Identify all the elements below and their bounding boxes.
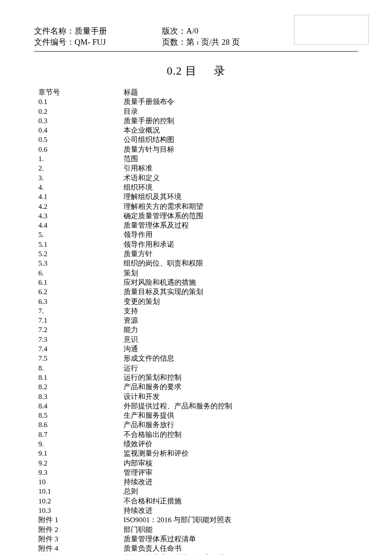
toc-row: 7.1资源 <box>38 316 358 325</box>
toc-row: 0.5公司组织结构图 <box>38 135 358 145</box>
toc-chapter-title: 持续改进 <box>124 506 358 515</box>
toc-chapter-title: 能力 <box>124 325 358 335</box>
toc-chapter-number: 10.2 <box>38 497 124 506</box>
toc-chapter-title: 绩效评价 <box>124 439 358 449</box>
toc-chapter-title: 质量方针 <box>124 249 358 259</box>
toc-chapter-number: 附件 4 <box>38 544 124 553</box>
toc-chapter-number: 4.3 <box>38 211 124 221</box>
toc-row: 7.2能力 <box>38 325 358 335</box>
toc-row: 0.4本企业概况 <box>38 126 358 135</box>
toc-row: 7.3意识 <box>38 335 358 344</box>
toc-chapter-number: 7.3 <box>38 335 124 344</box>
toc-chapter-number: 5.3 <box>38 259 124 268</box>
toc-row: 9.2内部审核 <box>38 459 358 468</box>
toc-row: 5.3组织的岗位、职责和权限 <box>38 259 358 268</box>
toc-chapter-number: 0.5 <box>38 135 124 145</box>
toc-chapter-number: 2. <box>38 164 124 173</box>
file-name-label: 文件名称： <box>34 26 75 35</box>
toc-row: 6.2质量目标及其实现的策划 <box>38 287 358 297</box>
page-prefix: 第 <box>186 38 196 46</box>
toc-row: 9.1监视测量分析和评价 <box>38 449 358 458</box>
toc-chapter-number: 8.6 <box>38 420 124 430</box>
toc-chapter-title: 设计和开发 <box>124 392 358 402</box>
toc-chapter-number: 6.2 <box>38 287 124 297</box>
toc-chapter-title: 变更的策划 <box>124 297 358 306</box>
toc-chapter-title: 组织的岗位、职责和权限 <box>124 259 358 268</box>
toc-row: 5.2质量方针 <box>38 249 358 259</box>
toc-chapter-number: 8.2 <box>38 382 124 392</box>
toc-header-chapter-no: 章节号 <box>38 88 124 97</box>
toc-chapter-title: 本企业概况 <box>124 126 358 135</box>
toc-chapter-title: 策划 <box>124 269 358 278</box>
toc-row: 4.3确定质量管理体系的范围 <box>38 211 358 221</box>
file-name-value: 质量手册 <box>75 26 107 35</box>
toc-chapter-number: 8.5 <box>38 411 124 420</box>
toc-chapter-title: 不合格和纠正措施 <box>124 497 358 506</box>
header-file-name: 文件名称：质量手册 <box>34 26 162 37</box>
toc-chapter-title: 确定质量管理体系的范围 <box>124 211 358 221</box>
toc-chapter-number: 4.1 <box>38 192 124 202</box>
toc-chapter-title: ISO9001：2016 与部门职能对照表 <box>124 515 358 525</box>
toc-row: 0.2目录 <box>38 107 358 116</box>
toc-chapter-number: 0.1 <box>38 97 124 107</box>
toc-chapter-number: 4. <box>38 183 124 192</box>
toc-row: 8.运行 <box>38 364 358 373</box>
toc-chapter-number: 6.1 <box>38 278 124 287</box>
toc-chapter-number: 7. <box>38 306 124 316</box>
toc-row: 附件 4质量负责人任命书 <box>38 544 358 553</box>
page-title: 0.2 目录 <box>34 64 358 78</box>
toc-chapter-title: 范围 <box>124 154 358 164</box>
toc-rows-container: 0.1质量手册颁布令0.2目录0.3质量手册的控制0.4本企业概况0.5公司组织… <box>38 97 358 555</box>
toc-chapter-number: 0.2 <box>38 107 124 116</box>
toc-row: 5.1领导作用和承诺 <box>38 240 358 249</box>
toc-chapter-title: 引用标准 <box>124 164 358 173</box>
toc-chapter-title: 领导作用和承诺 <box>124 240 358 249</box>
toc-chapter-number: 3. <box>38 173 124 183</box>
header-file-no: 文件编号：QM- FUJ <box>34 37 162 49</box>
toc-row: 9.3管理评审 <box>38 468 358 477</box>
toc-row: 6.3变更的策划 <box>38 297 358 306</box>
toc-chapter-title: 管理评审 <box>124 468 358 477</box>
toc-chapter-number: 6. <box>38 269 124 278</box>
toc-chapter-title: 资源 <box>124 316 358 325</box>
toc-row: 0.3质量手册的控制 <box>38 116 358 126</box>
toc-row: 5.领导作用 <box>38 230 358 240</box>
toc-chapter-number: 7.4 <box>38 344 124 354</box>
toc-header-title: 标题 <box>124 88 358 97</box>
toc-chapter-title: 监视测量分析和评价 <box>124 449 358 458</box>
toc-chapter-title: 质量方针与目标 <box>124 145 358 154</box>
page-title-suffix: 录 <box>214 65 225 77</box>
toc-row: 附件 2部门职能 <box>38 525 358 535</box>
toc-row: 8.6产品和服务放行 <box>38 420 358 430</box>
toc-chapter-title: 理解组织及其环境 <box>124 192 358 202</box>
page-title-prefix: 0.2 目 <box>167 65 197 77</box>
toc-chapter-title: 质量负责人任命书 <box>124 544 358 553</box>
toc-row: 10.2不合格和纠正措施 <box>38 497 358 506</box>
toc-chapter-title: 外部提供过程、产品和服务的控制 <box>124 402 358 411</box>
toc-chapter-number: 8.1 <box>38 373 124 382</box>
toc-chapter-title: 领导作用 <box>124 230 358 240</box>
toc-row: 附件 3质量管理体系过程清单 <box>38 535 358 544</box>
toc-chapter-title: 质量管理体系及过程 <box>124 221 358 230</box>
toc-chapter-number: 0.6 <box>38 145 124 154</box>
toc-row: 8.7不合格输出的控制 <box>38 430 358 439</box>
toc-chapter-title: 支持 <box>124 306 358 316</box>
toc-chapter-title: 产品和服务放行 <box>124 420 358 430</box>
toc-chapter-number: 8.3 <box>38 392 124 402</box>
toc-row: 附件 1ISO9001：2016 与部门职能对照表 <box>38 515 358 525</box>
file-no-value: QM- FUJ <box>75 38 106 46</box>
toc-chapter-number: 0.4 <box>38 126 124 135</box>
toc-chapter-title: 质量目标及其实现的策划 <box>124 287 358 297</box>
toc-row: 7.4沟通 <box>38 344 358 354</box>
toc-row: 4.2理解相关方的需求和期望 <box>38 202 358 211</box>
toc-chapter-title: 目录 <box>124 107 358 116</box>
toc-chapter-number: 9.1 <box>38 449 124 458</box>
toc-chapter-number: 7.5 <box>38 354 124 363</box>
toc-chapter-number: 7.2 <box>38 325 124 335</box>
toc-chapter-title: 运行 <box>124 364 358 373</box>
toc-chapter-title: 质量手册的控制 <box>124 116 358 126</box>
toc-row: 4.组织环境 <box>38 183 358 192</box>
toc-row: 10.3持续改进 <box>38 506 358 515</box>
toc-row: 8.1运行的策划和控制 <box>38 373 358 382</box>
toc-chapter-title: 应对风险和机遇的措施 <box>124 278 358 287</box>
